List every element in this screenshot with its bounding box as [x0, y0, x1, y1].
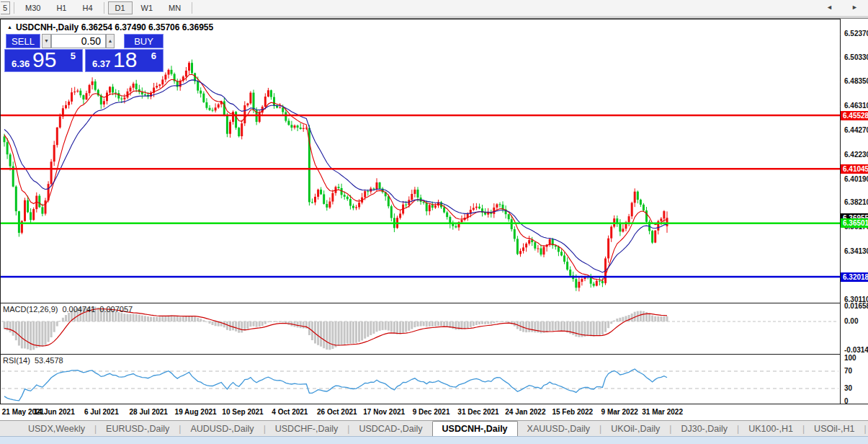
price-axis-tick: 6.40190 [844, 175, 868, 183]
sell-price-pips: 95 [32, 48, 56, 72]
chart-tab-xauusd-daily[interactable]: XAUUSD-,Daily [518, 422, 600, 436]
rsi-indicator-header: RSI(14)53.4578 [3, 356, 68, 365]
status-bar-strip [0, 436, 868, 444]
chart-symbol-period: USDCNH-,Daily [16, 22, 79, 32]
chart-tab-usdcnh-daily[interactable]: USDCNH-,Daily [432, 421, 518, 436]
rsi-axis-tick: 30 [844, 384, 852, 392]
trading-terminal: 5M30H1H4D1W1MN ▲USDCNH-,Daily 6.36254 6.… [0, 0, 868, 444]
buy-price-display[interactable]: 6.37 18 6 [85, 49, 164, 72]
sell-price-point: 5 [71, 50, 76, 61]
chart-tab-usdx-weekly[interactable]: USDX,Weekly [19, 422, 94, 436]
tab-scroll-left-icon[interactable]: ◄ [826, 4, 833, 11]
sell-price-main: 6.36 [12, 58, 30, 69]
rsi-value: 53.4578 [35, 356, 63, 365]
date-axis-label: 14 Jun 2021 [34, 408, 75, 416]
sell-button[interactable]: SELL [6, 34, 40, 48]
macd-signal-value: 0.007057 [99, 305, 133, 314]
buy-price-pips: 18 [113, 48, 137, 72]
price-axis-tick: 6.38210 [844, 198, 868, 206]
macd-indicator-header: MACD(12,26,9)0.0047410.007057 [3, 305, 137, 314]
macd-value: 0.004741 [62, 305, 95, 314]
sell-price-display[interactable]: 6.36 95 5 [4, 49, 83, 72]
chart-ohlc-values: 6.36254 6.37490 6.35706 6.36955 [81, 22, 214, 32]
date-axis-label: 28 Jul 2021 [130, 408, 168, 416]
price-axis-tick: 6.52370 [844, 30, 868, 37]
price-axis[interactable]: 6.523706.503306.483506.463106.442706.422… [841, 19, 868, 404]
date-axis-label: 10 Sep 2021 [222, 408, 263, 416]
chart-tab-eurusd-daily[interactable]: EURUSD-,Daily [97, 422, 179, 436]
macd-axis-tick: 0.00 [844, 317, 858, 325]
date-axis-label: 17 Nov 2021 [363, 408, 405, 416]
macd-axis-tick: 0.016586 [844, 302, 868, 310]
rsi-axis-tick: 70 [844, 367, 852, 375]
date-axis-label: 15 Feb 2022 [552, 408, 593, 416]
date-axis-label: 24 Jan 2022 [505, 408, 545, 416]
date-axis-label: 19 Aug 2021 [175, 408, 217, 416]
rsi-axis-tick: 100 [844, 354, 856, 362]
chart-tab-dj30-daily[interactable]: DJ30-,Daily [671, 422, 737, 436]
chart-tab-usoil-h1[interactable]: USOil-,H1 [805, 422, 864, 436]
volume-decrease-button[interactable]: ▼ [42, 34, 51, 48]
price-axis-tick: 6.50330 [844, 53, 868, 61]
date-axis-label: 31 Dec 2021 [457, 408, 498, 416]
level-price-tag: 6.32018 [841, 272, 868, 282]
rsi-axis-tick: 0 [844, 397, 849, 405]
one-click-trading-panel: SELL ▼ 0.50 ▲ BUY 6.36 95 5 6.37 18 6 [4, 32, 164, 74]
level-price-tag: 6.36501 [841, 218, 868, 228]
date-axis-label: 4 Oct 2021 [272, 408, 308, 416]
level-price-tag: 6.41045 [841, 164, 868, 174]
price-axis-tick: 6.42230 [844, 151, 868, 159]
date-axis-label: 31 Mar 2022 [642, 408, 683, 416]
buy-button[interactable]: BUY [124, 34, 164, 48]
chart-tab-bar: USDX,Weekly|EURUSD-,Daily|AUDUSD-,Daily|… [0, 420, 868, 436]
date-axis[interactable]: 21 May 202114 Jun 20216 Jul 202128 Jul 2… [0, 404, 868, 420]
date-axis-label: 9 Mar 2022 [601, 408, 638, 416]
price-axis-tick: 6.46310 [844, 102, 868, 110]
level-price-tag: 6.45528 [841, 111, 868, 120]
collapse-panel-icon[interactable]: ▲ [7, 25, 12, 30]
chart-tab-audusd-daily[interactable]: AUDUSD-,Daily [181, 422, 263, 436]
macd-axis-tick: -0.031423 [844, 346, 868, 354]
price-axis-tick: 6.48350 [844, 77, 868, 85]
rsi-title: RSI(14) [3, 356, 30, 365]
buy-price-main: 6.37 [92, 58, 110, 69]
date-axis-label: 26 Oct 2021 [317, 408, 357, 416]
price-axis-tick: 6.34130 [844, 247, 868, 255]
chart-tab-uk100-h1[interactable]: UK100-,H1 [739, 422, 802, 436]
chart-tab-usdchf-daily[interactable]: USDCHF-,Daily [266, 422, 348, 436]
chart-title: ▲USDCNH-,Daily 6.36254 6.37490 6.35706 6… [7, 22, 213, 32]
buy-price-point: 6 [151, 50, 156, 61]
price-axis-tick: 6.44270 [844, 126, 868, 134]
chart-tab-ukoil-daily[interactable]: UKOil-,Daily [601, 422, 669, 436]
chart-tab-usdcad-daily[interactable]: USDCAD-,Daily [349, 422, 431, 436]
tab-scroll-right-icon[interactable]: ► [851, 4, 858, 11]
date-axis-label: 9 Dec 2021 [413, 408, 450, 416]
volume-increase-button[interactable]: ▲ [106, 34, 115, 48]
volume-input[interactable]: 0.50 [51, 34, 106, 48]
macd-title: MACD(12,26,9) [3, 305, 58, 314]
date-axis-label: 6 Jul 2021 [84, 408, 119, 416]
